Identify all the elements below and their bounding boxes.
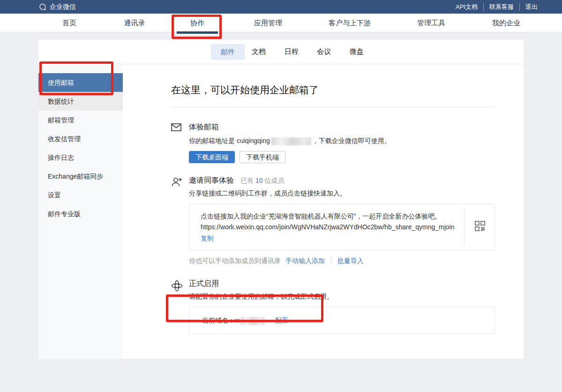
member-count: 10 [255, 177, 263, 184]
copy-link[interactable]: 复制 [201, 233, 214, 244]
nav-tab-home[interactable]: 首页 [62, 14, 76, 32]
envelope-icon [171, 122, 189, 163]
download-mobile-button[interactable]: 下载手机端 [240, 151, 285, 163]
sidebar-item-send-receive[interactable]: 收发信管理 [38, 129, 123, 148]
logo-text: 企业微信 [50, 3, 76, 11]
subtab-drive[interactable]: 微盘 [350, 47, 364, 56]
mailbox-address-text: 你的邮箱地址是 cuiqingqing，下载企业微信即可使用。 [189, 137, 495, 145]
download-desktop-button[interactable]: 下载桌面端 [189, 151, 235, 163]
invite-description: 分享链接或二维码到工作群，成员点击链接快速加入。 [189, 189, 495, 198]
mail-sidebar: 使用邮箱 数据统计 邮箱管理 收发信管理 操作日志 Exchange邮箱同步 设… [38, 64, 123, 359]
top-links: API文档 联系客服 退出 [450, 0, 543, 14]
sidebar-item-mailbox-management[interactable]: 邮箱管理 [38, 111, 123, 129]
sidebar-item-mail-pro[interactable]: 邮件专业版 [38, 204, 123, 223]
page-title: 在这里，可以开始使用企业邮箱了 [171, 83, 495, 97]
section-title: 邀请同事体验 [189, 176, 234, 186]
nav-tab-collaboration[interactable]: 协作 [190, 14, 204, 32]
sidebar-item-exchange-sync[interactable]: Exchange邮箱同步 [38, 167, 123, 186]
orbit-icon [171, 279, 189, 334]
sidebar-item-settings[interactable]: 设置 [38, 186, 123, 204]
current-domain-label: 当前域名：w [202, 317, 240, 324]
subtab-mail[interactable]: 邮件 [211, 44, 245, 60]
current-domain-box: 当前域名：w 配置 [189, 307, 495, 334]
nav-tab-admin-tools[interactable]: 管理工具 [417, 14, 445, 32]
member-count-text: 已有 10 位成员 [240, 177, 284, 185]
wework-admin-page: 企业微信 API文档 联系客服 退出 首页 通讯录 协作 应用管理 客户与上下游… [0, 0, 562, 392]
main-nav: 首页 通讯录 协作 应用管理 客户与上下游 管理工具 我的企业 [0, 14, 562, 32]
title-divider [171, 107, 495, 107]
subtab-row: 邮件 文档 日程 会议 微盘 [38, 40, 524, 64]
download-buttons: 下载桌面端 下载手机端 [189, 151, 495, 163]
section-invite-colleagues: 邀请同事体验 已有 10 位成员 分享链接或二维码到工作群，成员点击链接快速加入… [171, 176, 495, 265]
redacted-domain [240, 317, 265, 325]
top-bar: 企业微信 API文档 联系客服 退出 [0, 0, 562, 14]
redacted-email [271, 137, 311, 145]
nav-tab-contacts[interactable]: 通讯录 [124, 14, 145, 32]
manual-add-text: 你也可以手动添加成员到通讯录 [189, 257, 281, 264]
share-invite-url: https://work.weixin.qq.com/join/WgNVHaNZ… [201, 222, 455, 233]
add-person-icon [171, 176, 189, 265]
configure-domain-link[interactable]: 配置 [275, 317, 288, 324]
nav-tab-customers[interactable]: 客户与上下游 [329, 14, 371, 32]
section-title: 体验邮箱 [189, 122, 219, 132]
api-docs-link[interactable]: API文档 [450, 3, 483, 11]
section-experience-mailbox: 体验邮箱 你的邮箱地址是 cuiqingqing，下载企业微信即可使用。 下载桌… [171, 122, 495, 163]
subtab-calendar[interactable]: 日程 [285, 47, 299, 56]
contact-support-link[interactable]: 联系客服 [483, 3, 519, 11]
chat-bubble-icon [38, 3, 47, 11]
activation-description: 请配置你的企业要使用的邮箱，以完成正式启用。 [189, 293, 495, 301]
subtab-docs[interactable]: 文档 [252, 47, 266, 56]
sidebar-item-statistics[interactable]: 数据统计 [38, 92, 123, 111]
logout-link[interactable]: 退出 [519, 3, 543, 11]
sidebar-item-use-mailbox[interactable]: 使用邮箱 [38, 73, 123, 92]
main-card: 邮件 文档 日程 会议 微盘 使用邮箱 数据统计 邮箱管理 收发信管理 操作日志… [38, 40, 524, 359]
share-invite-text: 点击链接加入我的企业“芜湖海音智能机器人有限公司”，一起开启全新办公体验吧。 [201, 211, 455, 222]
active-tab-underline [177, 31, 218, 34]
sidebar-item-operation-log[interactable]: 操作日志 [38, 148, 123, 167]
manual-input-add-link[interactable]: 手动输入添加 [285, 257, 325, 264]
card-body: 使用邮箱 数据统计 邮箱管理 收发信管理 操作日志 Exchange邮箱同步 设… [38, 64, 524, 359]
qr-code-icon [475, 221, 485, 233]
wework-logo[interactable]: 企业微信 [38, 0, 76, 14]
section-official-activation: 正式启用 请配置你的企业要使用的邮箱，以完成正式启用。 当前域名：w 配置 [171, 279, 495, 334]
batch-import-link[interactable]: 批量导入 [337, 257, 364, 264]
separator [331, 258, 331, 264]
nav-tab-my-company[interactable]: 我的企业 [492, 14, 520, 32]
subtab-meeting[interactable]: 会议 [317, 47, 331, 56]
qr-code-button[interactable] [465, 209, 495, 245]
share-link-box: 点击链接加入我的企业“芜湖海音智能机器人有限公司”，一起开启全新办公体验吧。 h… [189, 204, 495, 250]
nav-tab-app-management[interactable]: 应用管理 [254, 14, 282, 32]
section-title: 正式启用 [189, 279, 219, 289]
content-area: 在这里，可以开始使用企业邮箱了 体验邮箱 [123, 64, 524, 359]
manual-add-row: 你也可以手动添加成员到通讯录 手动输入添加 批量导入 [189, 257, 495, 265]
